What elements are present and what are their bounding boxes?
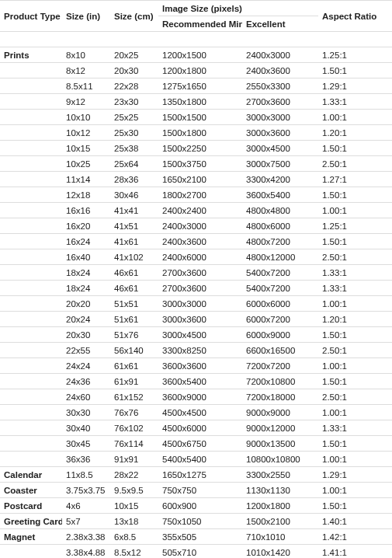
cell-size-in: 18x24 — [62, 281, 110, 296]
cell-aspect-ratio: 1.00:1 — [318, 405, 392, 420]
cell-size-in: 8.5x11 — [62, 78, 110, 94]
cell-size-in: 12x18 — [62, 187, 110, 203]
table-row: 20x2451x613000x36006000x72001.20:1 — [0, 312, 392, 327]
table-row: 8.5x1122x281275x16502550x33001.29:1 — [0, 78, 392, 94]
cell-excellent: 9000x13500 — [242, 436, 318, 452]
table-row: 9x1223x301350x18002700x36001.33:1 — [0, 94, 392, 110]
cell-recommended-min: 3300x8250 — [158, 343, 242, 358]
cell-size-in: 10x25 — [62, 156, 110, 172]
table-row: 24x2461x613600x36007200x72001.00:1 — [0, 358, 392, 374]
cell-size-cm: 41x102 — [110, 249, 158, 265]
cell-recommended-min: 3000x3000 — [158, 296, 242, 312]
cell-excellent: 5400x7200 — [242, 281, 318, 296]
cell-size-in: 3.38x4.88 — [62, 545, 110, 559]
cell-aspect-ratio: 1.00:1 — [318, 483, 392, 498]
table-row: 16x1641x412400x24004800x48001.00:1 — [0, 203, 392, 218]
cell-product-type — [0, 343, 62, 358]
cell-size-in: 16x20 — [62, 218, 110, 234]
cell-excellent: 9000x12000 — [242, 420, 318, 436]
cell-product-type: Calendar — [0, 467, 62, 483]
cell-product-type — [0, 327, 62, 343]
cell-size-in: 30x40 — [62, 420, 110, 436]
cell-aspect-ratio: 1.50:1 — [318, 141, 392, 156]
cell-size-cm: 6x8.5 — [110, 529, 158, 545]
cell-size-cm: 10x15 — [110, 498, 158, 514]
cell-excellent: 1010x1420 — [242, 545, 318, 559]
table-row: 10x1025x251500x15003000x30001.00:1 — [0, 110, 392, 125]
table-row: 30x4576x1144500x67509000x135001.50:1 — [0, 436, 392, 452]
cell-product-type — [0, 420, 62, 436]
cell-product-type — [0, 545, 62, 559]
cell-size-cm: 25x38 — [110, 141, 158, 156]
cell-size-in: 22x55 — [62, 343, 110, 358]
cell-size-cm: 46x61 — [110, 281, 158, 296]
cell-size-in: 20x24 — [62, 312, 110, 327]
cell-size-in: 20x20 — [62, 296, 110, 312]
cell-product-type: Prints — [0, 47, 62, 63]
cell-aspect-ratio: 1.29:1 — [318, 78, 392, 94]
cell-aspect-ratio: 1.25:1 — [318, 47, 392, 63]
cell-size-cm: 28x22 — [110, 467, 158, 483]
cell-size-cm: 76x114 — [110, 436, 158, 452]
table-row: 11x1428x361650x21003300x42001.27:1 — [0, 172, 392, 187]
cell-aspect-ratio: 1.00:1 — [318, 452, 392, 467]
cell-excellent: 3000x3600 — [242, 125, 318, 141]
cell-excellent: 6000x6000 — [242, 296, 318, 312]
cell-recommended-min: 1200x1500 — [158, 47, 242, 63]
cell-excellent: 3000x4500 — [242, 141, 318, 156]
cell-recommended-min: 3600x5400 — [158, 374, 242, 389]
cell-aspect-ratio: 1.29:1 — [318, 467, 392, 483]
table-row: 16x4041x1022400x60004800x120002.50:1 — [0, 249, 392, 265]
table-row: 22x5556x1403300x82506600x165002.50:1 — [0, 343, 392, 358]
cell-recommended-min: 5400x5400 — [158, 452, 242, 467]
cell-size-cm: 41x51 — [110, 218, 158, 234]
cell-size-cm: 9.5x9.5 — [110, 483, 158, 498]
cell-recommended-min: 1350x1800 — [158, 94, 242, 110]
cell-excellent: 4800x4800 — [242, 203, 318, 218]
cell-size-in: 2.38x3.38 — [62, 529, 110, 545]
cell-aspect-ratio: 1.25:1 — [318, 218, 392, 234]
table-row: Calendar11x8.528x221650x12753300x25501.2… — [0, 467, 392, 483]
table-row: 10x1525x381500x22503000x45001.50:1 — [0, 141, 392, 156]
cell-aspect-ratio: 2.50:1 — [318, 343, 392, 358]
cell-size-cm: 91x91 — [110, 452, 158, 467]
cell-size-in: 30x30 — [62, 405, 110, 420]
cell-aspect-ratio: 1.33:1 — [318, 420, 392, 436]
cell-product-type: Postcard — [0, 498, 62, 514]
cell-recommended-min: 1500x1800 — [158, 125, 242, 141]
cell-size-in: 10x15 — [62, 141, 110, 156]
cell-recommended-min: 1650x2100 — [158, 172, 242, 187]
cell-recommended-min: 750x1050 — [158, 514, 242, 529]
cell-aspect-ratio: 1.50:1 — [318, 63, 392, 78]
cell-excellent: 1130x1130 — [242, 483, 318, 498]
cell-product-type: Coaster — [0, 483, 62, 498]
cell-aspect-ratio: 1.20:1 — [318, 125, 392, 141]
cell-size-cm: 61x152 — [110, 389, 158, 405]
cell-excellent: 2550x3300 — [242, 78, 318, 94]
cell-aspect-ratio: 1.50:1 — [318, 234, 392, 249]
cell-size-cm: 25x25 — [110, 110, 158, 125]
cell-recommended-min: 2400x3000 — [158, 218, 242, 234]
cell-size-in: 11x14 — [62, 172, 110, 187]
cell-product-type — [0, 187, 62, 203]
cell-recommended-min: 1500x1500 — [158, 110, 242, 125]
cell-excellent: 3600x5400 — [242, 187, 318, 203]
cell-recommended-min: 2700x3600 — [158, 281, 242, 296]
table-row: Magnet2.38x3.386x8.5355x505710x10101.42:… — [0, 529, 392, 545]
table-row: 18x2446x612700x36005400x72001.33:1 — [0, 265, 392, 281]
cell-aspect-ratio: 1.27:1 — [318, 172, 392, 187]
cell-product-type — [0, 281, 62, 296]
cell-product-type — [0, 265, 62, 281]
cell-size-cm: 8.5x12 — [110, 545, 158, 559]
cell-size-cm: 22x28 — [110, 78, 158, 94]
cell-excellent: 1500x2100 — [242, 514, 318, 529]
cell-aspect-ratio: 1.33:1 — [318, 265, 392, 281]
cell-excellent: 7200x7200 — [242, 358, 318, 374]
cell-size-cm: 25x30 — [110, 125, 158, 141]
cell-aspect-ratio: 1.42:1 — [318, 529, 392, 545]
cell-recommended-min: 1500x3750 — [158, 156, 242, 172]
cell-recommended-min: 3600x9000 — [158, 389, 242, 405]
cell-recommended-min: 4500x4500 — [158, 405, 242, 420]
cell-size-cm: 46x61 — [110, 265, 158, 281]
cell-size-cm: 23x30 — [110, 94, 158, 110]
